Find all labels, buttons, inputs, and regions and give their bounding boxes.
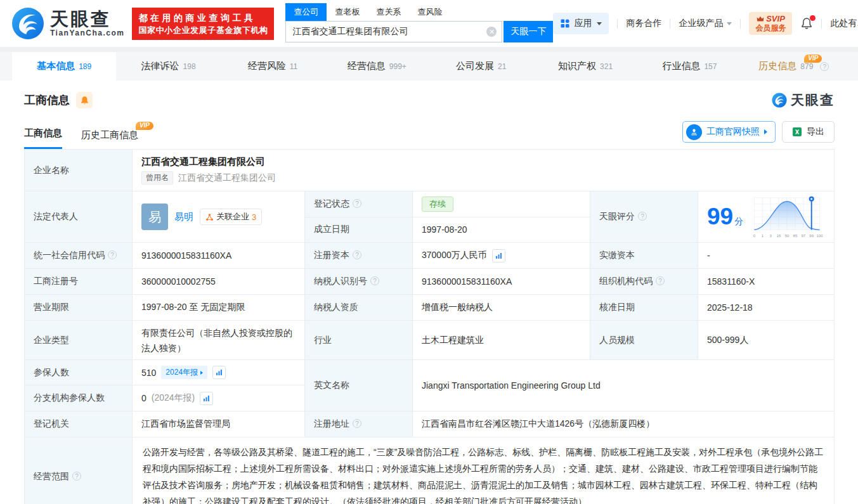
- network-icon: [205, 213, 214, 221]
- vip-badge: VIP: [136, 122, 153, 130]
- search-tab-risk[interactable]: 查风险: [409, 3, 450, 21]
- tab-count: 11: [290, 62, 297, 71]
- field-value: 1997-08-20 至 无固定期限: [133, 295, 305, 321]
- official-snapshot-button[interactable]: 工商官网快照: [682, 121, 776, 143]
- field-label: 统一社会信用代码: [25, 243, 133, 269]
- excel-icon: [792, 127, 802, 137]
- field-label: 注册资本: [305, 243, 413, 269]
- tab-label: 行业信息: [662, 60, 700, 72]
- search-tab-company[interactable]: 查公司: [285, 3, 327, 21]
- field-label: 核准日期: [590, 295, 698, 321]
- svip-label: SVIP: [766, 14, 785, 23]
- related-count: 3: [252, 212, 256, 222]
- field-label-text: 登记状态: [314, 198, 349, 209]
- field-value: 增值税一般纳税人: [413, 295, 590, 321]
- tab-label: 知识产权: [558, 60, 596, 72]
- tab-count: 21: [498, 62, 506, 71]
- help-icon[interactable]: [656, 276, 665, 285]
- legal-rep-link[interactable]: 易明: [174, 211, 193, 223]
- subscribe-bell-icon[interactable]: [76, 92, 93, 108]
- tab-count: 198: [183, 62, 196, 71]
- help-icon[interactable]: [72, 472, 81, 481]
- score-distribution-chart[interactable]: 0 1 3 15 50 85 97 99 100: [750, 194, 824, 240]
- export-button[interactable]: 导出: [782, 121, 835, 143]
- annual-report-tag[interactable]: 2024年报: [161, 366, 207, 379]
- apps-grid-icon: [560, 18, 570, 29]
- chevron-down-icon: [727, 22, 732, 25]
- table-row: 营业期限 1997-08-20 至 无固定期限 纳税人资质 增值税一般纳税人 核…: [25, 295, 835, 321]
- tab-company-development[interactable]: 公司发展 21: [429, 52, 533, 81]
- tab-operation-risk[interactable]: 经营风险 11: [221, 52, 325, 81]
- table-row: 参保人数 510 2024年报 英文名称 Jiangxi Transportat…: [25, 360, 835, 385]
- arrow-right-icon: [764, 129, 767, 134]
- related-companies-tag[interactable]: 关联企业 3: [200, 209, 262, 225]
- field-label: 参保人数: [25, 360, 133, 385]
- status-badge: 存续: [422, 197, 453, 212]
- nav-user-menu[interactable]: 此处有...: [830, 18, 858, 29]
- tab-legal-proceedings[interactable]: 法律诉讼 198: [116, 52, 220, 81]
- subtab-history-registration[interactable]: 历史工商信息 VIP: [81, 129, 138, 149]
- field-label: 注册地址: [305, 411, 413, 437]
- help-icon[interactable]: [638, 212, 647, 221]
- divider: [821, 19, 822, 29]
- svip-member-button[interactable]: SVIP 会员服务: [749, 12, 792, 35]
- tab-intellectual-property[interactable]: 知识产权 321: [533, 52, 637, 81]
- tab-history-info[interactable]: 历史信息 879 VIP: [742, 52, 846, 81]
- notification-bell-icon[interactable]: [800, 17, 813, 30]
- search-button[interactable]: 天眼一下: [504, 21, 553, 42]
- tab-business-info[interactable]: 经营信息 999+: [325, 52, 429, 81]
- tab-count: 157: [704, 62, 717, 71]
- svg-text:97: 97: [802, 234, 806, 238]
- tianyancha-logo[interactable]: 天眼查 TianYanCha.com: [11, 7, 124, 40]
- table-row: 登记机关 江西省市场监督管理局 注册地址 江西省南昌市红谷滩区赣江中大道1426…: [25, 411, 835, 437]
- help-icon[interactable]: [370, 276, 379, 285]
- svg-text:85: 85: [793, 234, 798, 238]
- field-label: 人员规模: [590, 321, 698, 360]
- branch-insured-chart-icon[interactable]: [200, 392, 213, 405]
- nav-enterprise-products[interactable]: 企业级产品: [679, 18, 732, 29]
- field-value: 江西省南昌市红谷滩区赣江中大道1426号（泓德新厦四楼）: [413, 411, 835, 437]
- nav-enterprise-label: 企业级产品: [679, 18, 723, 29]
- legal-rep-avatar[interactable]: 易: [141, 204, 168, 230]
- help-icon[interactable]: [353, 250, 361, 259]
- svg-text:100: 100: [817, 234, 824, 238]
- field-label: 企业类型: [25, 321, 133, 360]
- field-label: 工商注册号: [25, 269, 133, 295]
- field-label: 纳税人资质: [305, 295, 413, 321]
- svip-sublabel: 会员服务: [755, 23, 786, 33]
- nav-cooperation[interactable]: 商务合作: [626, 18, 661, 29]
- field-label: 成立日期: [305, 217, 413, 243]
- capital-chart-icon[interactable]: [492, 249, 505, 262]
- table-row: 法定代表人 易 易明 关联企业 3 登记状态: [25, 191, 835, 217]
- search-input[interactable]: [285, 21, 502, 42]
- tab-label: 基本信息: [37, 60, 75, 72]
- apps-menu-button[interactable]: 应用: [553, 13, 609, 34]
- field-value: -: [698, 243, 835, 269]
- field-value: 江西省市场监督管理局: [133, 411, 305, 437]
- watermark-logo-icon: [772, 93, 787, 108]
- search-tab-relation[interactable]: 查关系: [368, 3, 409, 21]
- tab-label: 经营信息: [348, 60, 386, 72]
- field-value: 15831160-X: [698, 269, 835, 295]
- section-title: 工商信息: [24, 93, 70, 108]
- field-value: 9136000015831160XA: [133, 243, 305, 269]
- tab-industry-info[interactable]: 行业信息 157: [637, 52, 741, 81]
- insured-chart-icon[interactable]: [212, 366, 226, 379]
- field-value: 510: [141, 368, 156, 378]
- tab-basic-info[interactable]: 基本信息 189: [12, 52, 116, 81]
- field-label: 行业: [305, 321, 413, 360]
- search-tab-boss[interactable]: 查老板: [327, 3, 368, 21]
- field-label: 登记状态: [305, 191, 413, 217]
- help-icon[interactable]: [820, 62, 829, 71]
- tab-label: 经营风险: [248, 60, 286, 72]
- subtab-business-registration[interactable]: 工商信息: [24, 127, 62, 149]
- tianyancha-watermark: 天眼查: [772, 91, 835, 109]
- svg-text:50: 50: [785, 234, 790, 238]
- field-label-text: 经营范围: [34, 471, 69, 481]
- field-value: 土木工程建筑业: [413, 321, 590, 360]
- score-value: 99分: [707, 204, 743, 229]
- help-icon[interactable]: [353, 199, 361, 208]
- business-info-card: 工商信息 天眼查 工商信息 历史工商信息 VIP: [0, 81, 858, 504]
- help-icon[interactable]: [353, 419, 361, 428]
- help-icon[interactable]: [108, 250, 117, 259]
